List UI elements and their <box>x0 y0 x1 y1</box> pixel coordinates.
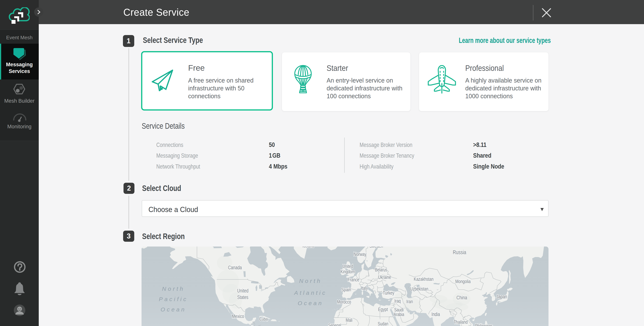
svg-text:Japan: Japan <box>496 294 507 300</box>
svg-text:Russia: Russia <box>453 249 466 255</box>
svg-text:Philippines: Philippines <box>475 323 493 326</box>
svg-text:Norway: Norway <box>354 251 366 257</box>
svg-text:Pacific: Pacific <box>159 296 188 302</box>
svg-text:Iraq: Iraq <box>394 298 401 304</box>
svg-text:North: North <box>299 278 322 284</box>
svg-text:Kingdom: Kingdom <box>340 269 355 274</box>
svg-text:Egypt: Egypt <box>378 307 388 312</box>
svg-text:Uzbekistan: Uzbekistan <box>410 286 428 292</box>
svg-text:Kazakhstan: Kazakhstan <box>414 276 434 282</box>
svg-text:Senegal: Senegal <box>328 323 341 326</box>
svg-text:Iceland: Iceland <box>302 247 314 248</box>
svg-text:Cuba: Cuba <box>259 317 268 322</box>
svg-text:Belarus: Belarus <box>375 267 387 272</box>
svg-text:Sweden: Sweden <box>370 247 383 249</box>
svg-text:Arabia: Arabia <box>394 312 404 317</box>
svg-text:Atlantic: Atlantic <box>294 290 327 296</box>
svg-text:Ukraine: Ukraine <box>378 274 391 280</box>
svg-text:Canada: Canada <box>228 265 242 270</box>
svg-text:Thailand: Thailand <box>454 319 468 325</box>
svg-text:Morocco: Morocco <box>337 299 351 305</box>
svg-text:North: North <box>162 286 185 292</box>
svg-text:Mexico: Mexico <box>232 313 244 319</box>
svg-text:Ocean: Ocean <box>298 300 323 306</box>
svg-text:Spain: Spain <box>341 287 351 293</box>
svg-text:France: France <box>348 277 360 283</box>
svg-text:Mongolia: Mongolia <box>455 279 471 284</box>
svg-text:United: United <box>342 264 353 269</box>
svg-text:United: United <box>237 288 248 294</box>
svg-text:India: India <box>432 312 440 317</box>
svg-text:Ocean: Ocean <box>160 306 186 313</box>
svg-text:Iran: Iran <box>406 299 413 304</box>
svg-text:Turkey: Turkey <box>383 290 394 296</box>
svg-text:States: States <box>237 294 248 300</box>
svg-text:Italy: Italy <box>361 285 368 291</box>
svg-text:Sudan: Sudan <box>378 321 388 326</box>
svg-text:Mali: Mali <box>346 317 352 323</box>
svg-text:China: China <box>456 295 467 301</box>
